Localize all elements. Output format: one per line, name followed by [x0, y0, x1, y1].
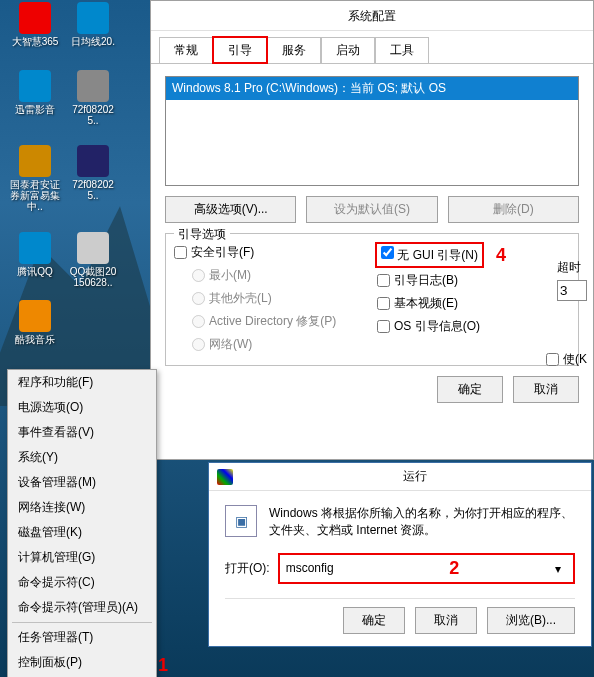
no-gui-label: 无 GUI 引导(N)	[397, 248, 478, 262]
tab-0[interactable]: 常规	[159, 37, 213, 63]
boot-log-label: 引导日志(B)	[394, 272, 458, 289]
boot-entry[interactable]: Windows 8.1 Pro (C:\Windows)：当前 OS; 默认 O…	[166, 77, 578, 100]
safe-network-label: 网络(W)	[209, 336, 252, 353]
cancel-button[interactable]: 取消	[513, 376, 579, 403]
tab-3[interactable]: 启动	[321, 37, 375, 63]
run-icon: ▣	[225, 505, 257, 537]
open-label: 打开(O):	[225, 560, 270, 577]
dropdown-icon[interactable]: ▾	[555, 562, 567, 574]
desktop-icon[interactable]: 酷我音乐	[10, 300, 60, 345]
app-icon	[19, 232, 51, 264]
window-title: 系统配置	[151, 1, 593, 31]
menu-item[interactable]: 磁盘管理(K)	[8, 520, 156, 545]
desktop-icon[interactable]: 国泰君安证券新富易集中..	[10, 145, 60, 212]
safe-boot-label: 安全引导(F)	[191, 244, 254, 261]
run-cancel-button[interactable]: 取消	[415, 607, 477, 634]
app-icon	[77, 2, 109, 34]
base-video-checkbox[interactable]	[377, 297, 390, 310]
icon-label: 72f082025..	[68, 179, 118, 201]
menu-item[interactable]: 命令提示符(管理员)(A)	[8, 595, 156, 620]
timeout-input[interactable]	[557, 280, 587, 301]
base-video-label: 基本视频(E)	[394, 295, 458, 312]
menu-item[interactable]: 计算机管理(G)	[8, 545, 156, 570]
menu-item[interactable]: 程序和功能(F)	[8, 370, 156, 395]
menu-item[interactable]: 控制面板(P)	[8, 650, 156, 675]
icon-label: 国泰君安证券新富易集中..	[10, 179, 60, 212]
safe-minimal-radio	[192, 269, 205, 282]
safe-boot-checkbox[interactable]	[174, 246, 187, 259]
permanent-checkbox[interactable]	[546, 353, 559, 366]
os-info-label: OS 引导信息(O)	[394, 318, 480, 335]
menu-item[interactable]: 任务管理器(T)	[8, 625, 156, 650]
menu-separator	[12, 622, 152, 623]
safe-altshell-label: 其他外壳(L)	[209, 290, 272, 307]
no-gui-checkbox[interactable]	[381, 246, 394, 259]
desktop-icon[interactable]: 腾讯QQ	[10, 232, 60, 277]
annotation-1: 1	[158, 655, 168, 676]
app-icon	[19, 2, 51, 34]
app-icon	[19, 300, 51, 332]
run-titlebar: 运行	[209, 463, 591, 491]
set-default-button: 设为默认值(S)	[306, 196, 437, 223]
desktop-icon[interactable]: QQ截图20150628..	[68, 232, 118, 288]
open-value: msconfig	[286, 561, 334, 575]
open-combobox[interactable]: msconfig 2 ▾	[278, 553, 575, 584]
ok-button[interactable]: 确定	[437, 376, 503, 403]
run-title-icon	[217, 469, 233, 485]
menu-item[interactable]: 事件查看器(V)	[8, 420, 156, 445]
menu-item[interactable]: 命令提示符(C)	[8, 570, 156, 595]
run-ok-button[interactable]: 确定	[343, 607, 405, 634]
boot-options-group: 引导选项 安全引导(F) 最小(M) 其他外壳(L) Active Direct…	[165, 233, 579, 366]
winx-context-menu: 程序和功能(F)电源选项(O)事件查看器(V)系统(Y)设备管理器(M)网络连接…	[7, 369, 157, 677]
tab-bar: 常规引导服务启动工具	[151, 31, 593, 64]
os-info-checkbox[interactable]	[377, 320, 390, 333]
app-icon	[19, 70, 51, 102]
desktop-icon[interactable]: 大智慧365	[10, 2, 60, 47]
advanced-options-button[interactable]: 高级选项(V)...	[165, 196, 296, 223]
run-browse-button[interactable]: 浏览(B)...	[487, 607, 575, 634]
icon-label: 腾讯QQ	[10, 266, 60, 277]
safe-minimal-label: 最小(M)	[209, 267, 251, 284]
boot-log-checkbox[interactable]	[377, 274, 390, 287]
timeout-section: 超时	[557, 259, 587, 301]
menu-item[interactable]: 电源选项(O)	[8, 395, 156, 420]
app-icon	[77, 145, 109, 177]
permanent-section: 使(K	[546, 351, 587, 374]
timeout-label: 超时	[557, 259, 587, 276]
run-title: 运行	[239, 468, 591, 485]
delete-button: 删除(D)	[448, 196, 579, 223]
icon-label: 迅雷影音	[10, 104, 60, 115]
app-icon	[77, 70, 109, 102]
safe-network-radio	[192, 338, 205, 351]
menu-item[interactable]: 网络连接(W)	[8, 495, 156, 520]
desktop-icon[interactable]: 日均线20.	[68, 2, 118, 47]
icon-label: 大智慧365	[10, 36, 60, 47]
icon-label: QQ截图20150628..	[68, 266, 118, 288]
icon-label: 酷我音乐	[10, 334, 60, 345]
tab-2[interactable]: 服务	[267, 37, 321, 63]
menu-item[interactable]: 系统(Y)	[8, 445, 156, 470]
safe-ad-label: Active Directory 修复(P)	[209, 313, 336, 330]
tab-4[interactable]: 工具	[375, 37, 429, 63]
annotation-2: 2	[449, 558, 459, 579]
app-icon	[19, 145, 51, 177]
tab-1[interactable]: 引导	[213, 37, 267, 63]
run-dialog: 运行 ▣ Windows 将根据你所输入的名称，为你打开相应的程序、文件夹、文档…	[208, 462, 592, 647]
desktop-icon[interactable]: 72f082025..	[68, 145, 118, 201]
permanent-label: 使(K	[563, 351, 587, 368]
menu-item[interactable]: 设备管理器(M)	[8, 470, 156, 495]
system-config-window: 系统配置 常规引导服务启动工具 Windows 8.1 Pro (C:\Wind…	[150, 0, 594, 460]
annotation-4: 4	[496, 245, 506, 266]
icon-label: 72f082025..	[68, 104, 118, 126]
group-title: 引导选项	[174, 226, 230, 243]
desktop-icon[interactable]: 72f082025..	[68, 70, 118, 126]
boot-list[interactable]: Windows 8.1 Pro (C:\Windows)：当前 OS; 默认 O…	[165, 76, 579, 186]
app-icon	[77, 232, 109, 264]
safe-ad-radio	[192, 315, 205, 328]
run-description: Windows 将根据你所输入的名称，为你打开相应的程序、文件夹、文档或 Int…	[269, 505, 575, 539]
icon-label: 日均线20.	[68, 36, 118, 47]
desktop-icon[interactable]: 迅雷影音	[10, 70, 60, 115]
safe-altshell-radio	[192, 292, 205, 305]
